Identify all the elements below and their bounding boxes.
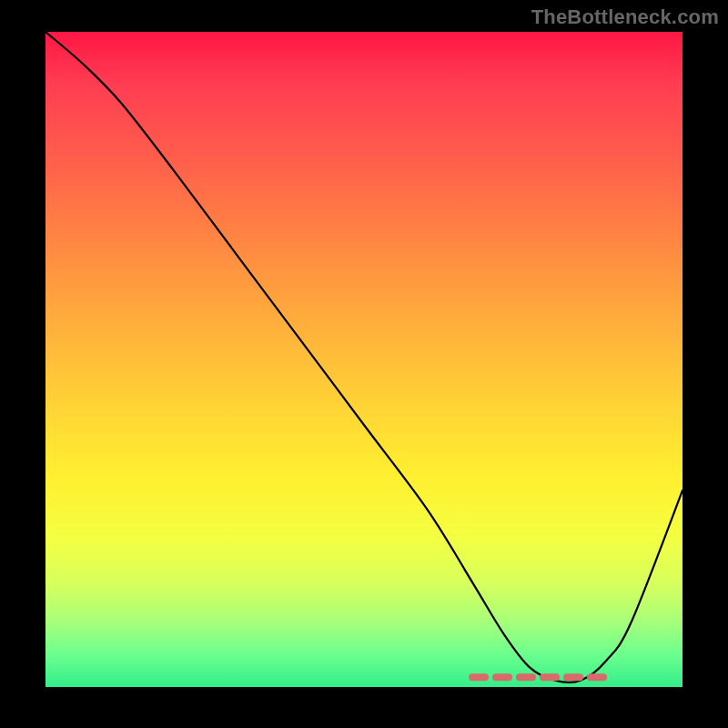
plot-area [46,32,682,687]
chart-frame: TheBottleneck.com [0,0,728,728]
curve-svg [46,32,682,687]
bottleneck-curve [46,32,682,682]
watermark-text: TheBottleneck.com [531,5,719,29]
